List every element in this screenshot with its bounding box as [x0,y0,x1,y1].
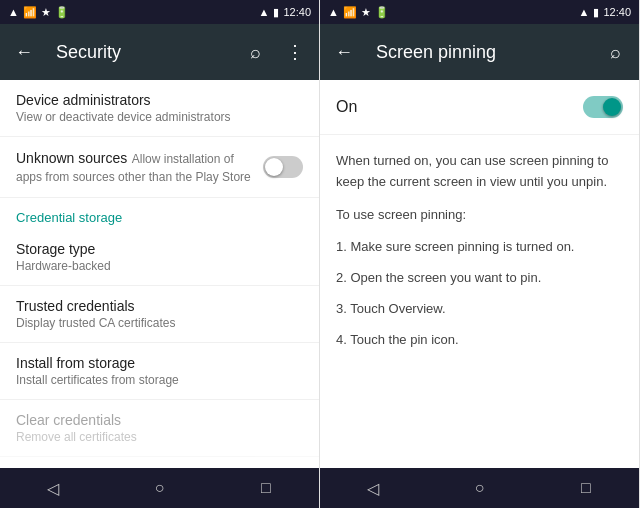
back-nav-button[interactable]: ◁ [33,468,73,508]
recent-nav-button[interactable]: □ [246,468,286,508]
install-from-storage-item[interactable]: Install from storage Install certificate… [0,343,319,400]
wifi-icon-r2: ▲ [579,6,590,18]
trusted-credentials-title: Trusted credentials [16,298,303,314]
back-button-right[interactable]: ← [328,36,360,68]
clear-credentials-item: Clear credentials Remove all certificate… [0,400,319,457]
left-toolbar: ← Security ⌕ ⋮ [0,24,319,80]
status-icons-right-left: ▲ 📶 ★ 🔋 [328,6,389,19]
search-icon: ⌕ [250,42,261,63]
storage-type-title: Storage type [16,241,303,257]
screen-pinning-toggle[interactable] [583,96,623,118]
search-button-right[interactable]: ⌕ [599,36,631,68]
signal-icon-r: ▲ [328,6,339,18]
wifi-icon: 📶 [23,6,37,19]
device-admin-title: Device administrators [16,92,303,108]
signal-icon-r2: ▮ [593,6,599,19]
status-bar-right: ▲ 📶 ★ 🔋 ▲ ▮ 12:40 [320,0,639,24]
pinning-content: On When turned on, you can use screen pi… [320,80,639,468]
more-icon: ⋮ [286,41,304,63]
more-button[interactable]: ⋮ [279,36,311,68]
page-title-right: Screen pinning [368,42,591,63]
status-time-left: ▲ ▮ 12:40 [259,6,311,19]
unknown-sources-item[interactable]: Unknown sources Allow installation of ap… [0,137,319,198]
status-bar-left: ▲ 📶 ★ 🔋 ▲ ▮ 12:40 [0,0,319,24]
right-toolbar: ← Screen pinning ⌕ [320,24,639,80]
battery-icon: 🔋 [55,6,69,19]
pinning-step3: 3. Touch Overview. [336,299,623,320]
status-icons-left: ▲ 📶 ★ 🔋 [8,6,69,19]
credential-storage-header: Credential storage [0,198,319,229]
pinning-step1: 1. Make sure screen pinning is turned on… [336,237,623,258]
left-scroll-content: Device administrators View or deactivate… [0,80,319,468]
battery-icon-r: 🔋 [375,6,389,19]
clear-credentials-subtitle: Remove all certificates [16,430,303,444]
wifi-icon-r: 📶 [343,6,357,19]
search-button-left[interactable]: ⌕ [239,36,271,68]
signal-icon: ▲ [8,6,19,18]
device-administrators-item[interactable]: Device administrators View or deactivate… [0,80,319,137]
install-storage-subtitle: Install certificates from storage [16,373,303,387]
trusted-credentials-subtitle: Display trusted CA certificates [16,316,303,330]
unknown-sources-toggle[interactable] [263,156,303,178]
search-icon-right: ⌕ [610,42,621,63]
wifi-icon2: ▲ [259,6,270,18]
storage-type-item[interactable]: Storage type Hardware-backed [0,229,319,286]
time-right: 12:40 [603,6,631,18]
pinning-para1: When turned on, you can use screen pinni… [336,151,623,193]
unknown-sources-title: Unknown sources [16,150,127,166]
signal-icon2: ▮ [273,6,279,19]
pinning-toggle-label: On [336,98,357,116]
clear-credentials-title: Clear credentials [16,412,303,428]
pinning-step4: 4. Touch the pin icon. [336,330,623,351]
device-admin-subtitle: View or deactivate device administrators [16,110,303,124]
pinning-toggle-row: On [320,80,639,135]
bt-icon-r: ★ [361,6,371,19]
bt-icon: ★ [41,6,51,19]
back-nav-button-right[interactable]: ◁ [353,468,393,508]
page-title-left: Security [48,42,231,63]
trusted-credentials-item[interactable]: Trusted credentials Display trusted CA c… [0,286,319,343]
home-nav-button[interactable]: ○ [139,468,179,508]
right-panel: ▲ 📶 ★ 🔋 ▲ ▮ 12:40 ← Screen pinning ⌕ On … [320,0,640,508]
install-storage-title: Install from storage [16,355,303,371]
pinning-step2: 2. Open the screen you want to pin. [336,268,623,289]
pinning-description: When turned on, you can use screen pinni… [320,135,639,377]
time-left: 12:40 [283,6,311,18]
pinning-para2: To use screen pinning: [336,205,623,226]
left-panel: ▲ 📶 ★ 🔋 ▲ ▮ 12:40 ← Security ⌕ ⋮ Device … [0,0,320,508]
left-nav-bar: ◁ ○ □ [0,468,319,508]
recent-nav-button-right[interactable]: □ [566,468,606,508]
right-nav-bar: ◁ ○ □ [320,468,639,508]
back-button[interactable]: ← [8,36,40,68]
storage-type-subtitle: Hardware-backed [16,259,303,273]
home-nav-button-right[interactable]: ○ [459,468,499,508]
advanced-header: Advanced [0,457,319,468]
status-time-right: ▲ ▮ 12:40 [579,6,631,19]
